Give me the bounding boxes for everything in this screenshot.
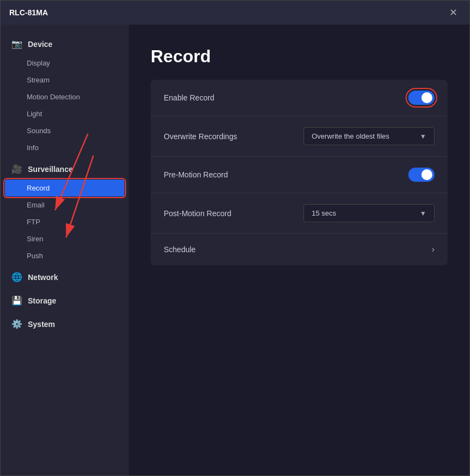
chevron-right-icon: › [432,245,435,254]
sidebar-section-system: ⚙️ System [1,313,129,335]
sidebar: 📷 Device Display Stream Motion Detection… [1,25,129,475]
content-area: Record Enable Record Overwrite Recording… [129,25,469,475]
sidebar-section-storage: 💾 Storage [1,290,129,311]
schedule-row[interactable]: Schedule › [151,234,448,265]
sidebar-group-storage-label: Storage [28,296,56,305]
sidebar-group-storage[interactable]: 💾 Storage [1,290,129,311]
network-icon: 🌐 [11,272,22,282]
overwrite-recordings-value: Overwrite the oldest files [312,132,389,140]
sidebar-section-network: 🌐 Network [1,266,129,288]
sidebar-item-ftp[interactable]: FTP [1,213,129,230]
close-button[interactable]: ✕ [446,5,461,20]
sidebar-group-device[interactable]: 📷 Device [1,33,129,55]
sidebar-item-stream[interactable]: Stream [1,72,129,88]
sidebar-group-surveillance[interactable]: 🎥 Surveillance [1,158,129,180]
overwrite-recordings-label: Overwrite Recordings [164,132,237,141]
surveillance-icon: 🎥 [11,164,22,174]
sidebar-group-network-label: Network [28,273,58,282]
sidebar-item-info[interactable]: Info [1,139,129,156]
sidebar-section-device: 📷 Device Display Stream Motion Detection… [1,33,129,156]
sidebar-group-surveillance-label: Surveillance [28,165,73,174]
sidebar-item-light[interactable]: Light [1,105,129,122]
enable-record-toggle[interactable] [408,91,435,105]
sidebar-item-display[interactable]: Display [1,55,129,72]
sidebar-group-system-label: System [28,320,55,329]
sidebar-item-push[interactable]: Push [1,247,129,264]
post-motion-chevron-down-icon: ▼ [420,210,426,217]
titlebar: RLC-81MA ✕ [1,1,469,25]
post-motion-record-label: Post-Motion Record [164,209,231,218]
record-settings-card: Enable Record Overwrite Recordings Overw… [151,80,448,265]
overwrite-recordings-dropdown[interactable]: Overwrite the oldest files ▼ [304,127,435,145]
sidebar-group-network[interactable]: 🌐 Network [1,266,129,288]
sidebar-group-device-label: Device [28,40,52,49]
sidebar-item-siren[interactable]: Siren [1,230,129,247]
chevron-down-icon: ▼ [420,133,426,140]
sidebar-item-record[interactable]: Record [5,180,124,197]
enable-record-row: Enable Record [151,80,448,116]
pre-motion-toggle-knob [421,169,432,180]
page-title: Record [151,46,448,67]
pre-motion-toggle-wrapper [408,168,435,182]
overwrite-recordings-row: Overwrite Recordings Overwrite the oldes… [151,116,448,157]
device-icon: 📷 [11,39,22,49]
pre-motion-record-label: Pre-Motion Record [164,170,228,179]
toggle-knob [421,92,432,103]
sidebar-item-sounds[interactable]: Sounds [1,122,129,139]
sidebar-item-motion-detection[interactable]: Motion Detection [1,88,129,105]
sidebar-section-surveillance: 🎥 Surveillance Record Email FTP Siren Pu… [1,158,129,264]
enable-record-label: Enable Record [164,93,215,102]
pre-motion-record-toggle[interactable] [408,168,435,182]
main-layout: 📷 Device Display Stream Motion Detection… [1,25,469,475]
schedule-label: Schedule [164,245,195,254]
enable-record-toggle-wrapper [408,91,435,105]
storage-icon: 💾 [11,295,22,306]
post-motion-record-value: 15 secs [312,209,336,217]
app-window: RLC-81MA ✕ 📷 Device Display Stream Motio… [0,0,470,476]
sidebar-group-system[interactable]: ⚙️ System [1,313,129,335]
system-icon: ⚙️ [11,319,22,329]
sidebar-item-email[interactable]: Email [1,197,129,213]
pre-motion-record-row: Pre-Motion Record [151,157,448,193]
post-motion-record-dropdown[interactable]: 15 secs ▼ [304,204,435,222]
window-title: RLC-81MA [9,8,48,17]
post-motion-record-row: Post-Motion Record 15 secs ▼ [151,193,448,234]
